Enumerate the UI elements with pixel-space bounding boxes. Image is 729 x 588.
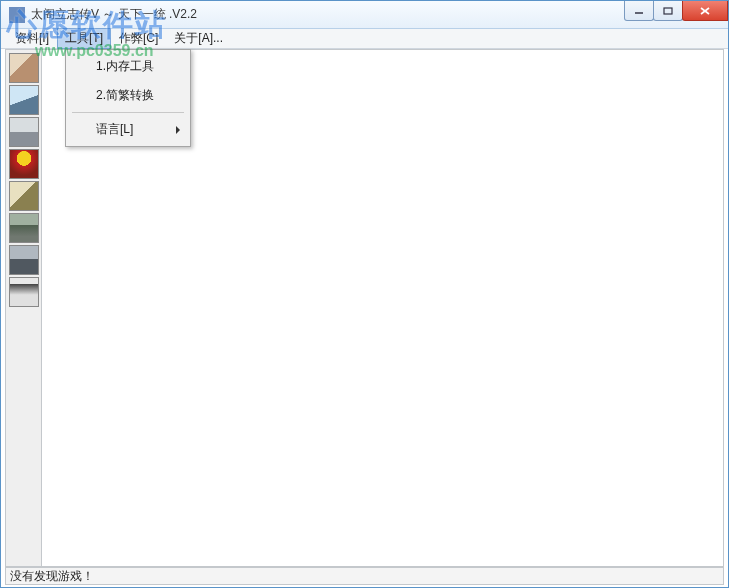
menu-about[interactable]: 关于[A]... bbox=[166, 28, 231, 49]
sidebar bbox=[6, 50, 42, 566]
dropdown-language[interactable]: 语言[L] bbox=[68, 115, 188, 144]
menu-cheat[interactable]: 作弊[C] bbox=[111, 28, 166, 49]
maximize-button[interactable] bbox=[653, 1, 683, 21]
dropdown-language-label: 语言[L] bbox=[96, 122, 133, 136]
minimize-icon bbox=[634, 7, 644, 15]
titlebar: 太阁立志传V ～ 天下一统 .V2.2 bbox=[1, 1, 728, 29]
status-text: 没有发现游戏！ bbox=[10, 568, 94, 585]
close-button[interactable] bbox=[682, 1, 728, 21]
app-icon bbox=[9, 7, 25, 23]
sidebar-portrait-6[interactable] bbox=[9, 213, 39, 243]
menu-data[interactable]: 资料[I] bbox=[7, 28, 57, 49]
close-icon bbox=[699, 6, 711, 16]
window-controls bbox=[625, 1, 728, 21]
dropdown-separator bbox=[72, 112, 184, 113]
sidebar-portrait-7[interactable] bbox=[9, 245, 39, 275]
sidebar-portrait-8[interactable] bbox=[9, 277, 39, 307]
maximize-icon bbox=[663, 7, 673, 15]
sidebar-portrait-5[interactable] bbox=[9, 181, 39, 211]
chevron-right-icon bbox=[176, 126, 180, 134]
tools-dropdown: 1.内存工具 2.简繁转换 语言[L] bbox=[65, 49, 191, 147]
sidebar-portrait-4[interactable] bbox=[9, 149, 39, 179]
sidebar-portrait-3[interactable] bbox=[9, 117, 39, 147]
sidebar-portrait-1[interactable] bbox=[9, 53, 39, 83]
minimize-button[interactable] bbox=[624, 1, 654, 21]
sidebar-portrait-2[interactable] bbox=[9, 85, 39, 115]
menubar: 资料[I] 工具[T] 作弊[C] 关于[A]... bbox=[1, 29, 728, 49]
dropdown-convert[interactable]: 2.简繁转换 bbox=[68, 81, 188, 110]
dropdown-memory-tool[interactable]: 1.内存工具 bbox=[68, 52, 188, 81]
svg-rect-1 bbox=[664, 8, 672, 14]
window-title: 太阁立志传V ～ 天下一统 .V2.2 bbox=[31, 6, 197, 23]
menu-tools[interactable]: 工具[T] bbox=[57, 28, 111, 49]
statusbar: 没有发现游戏！ bbox=[5, 567, 724, 585]
